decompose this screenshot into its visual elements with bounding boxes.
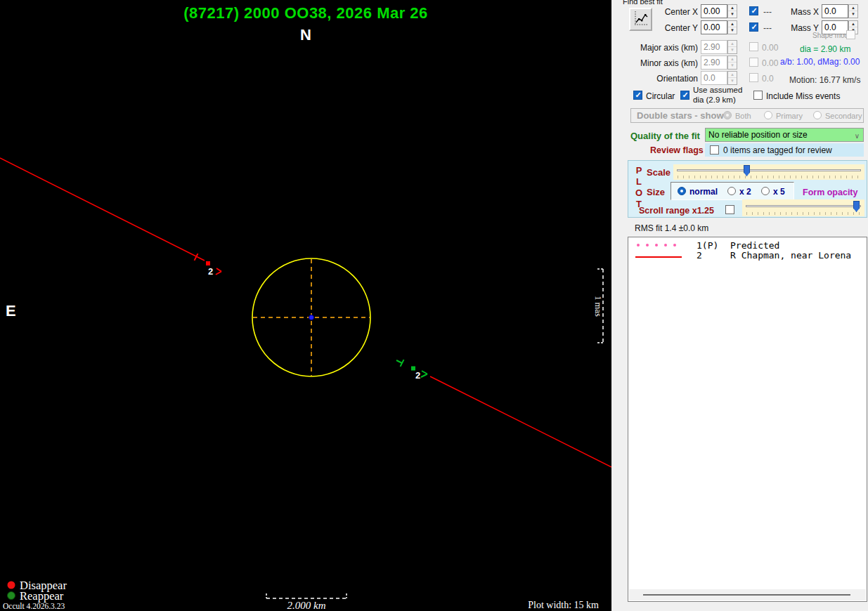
chord-row-num: 2 xyxy=(697,250,702,261)
scale-slider-track xyxy=(677,169,861,171)
center-x-lock-checkbox[interactable] xyxy=(749,6,758,15)
occultation-plot[interactable]: (87217) 2000 OO38, 2026 Mar 26 N E 2 xyxy=(0,0,611,611)
minor-axis-fit-checkbox xyxy=(749,58,758,67)
form-opacity-slider[interactable] xyxy=(742,199,864,216)
center-x-spinner[interactable]: ▲▼ xyxy=(727,4,737,18)
plot-letter-p: P xyxy=(635,165,643,176)
chord-2-label-r: 2 xyxy=(415,370,420,381)
orientation-spinner: ▲▼ xyxy=(727,71,737,85)
size-label: Size xyxy=(647,187,665,197)
include-miss-checkbox[interactable] xyxy=(753,91,763,100)
scale-slider-thumb[interactable] xyxy=(744,165,750,176)
quality-of-fit-label: Quality of the fit xyxy=(630,131,700,141)
dia-readout: dia = 2.90 km xyxy=(800,44,850,54)
reappear-legend-label: Reappear xyxy=(20,589,64,603)
quality-of-fit-value: No reliable position or size xyxy=(708,130,808,140)
shape-model-checkbox[interactable] xyxy=(846,30,855,39)
circular-label: Circular xyxy=(646,91,675,101)
center-x-lock-label: --- xyxy=(763,7,772,17)
mas-scale-bar: 1 mas xyxy=(593,269,603,343)
fit-chart-icon xyxy=(633,10,649,27)
minor-axis-spinner: ▲▼ xyxy=(727,55,737,70)
mass-x-input[interactable] xyxy=(822,4,848,18)
center-y-lock-checkbox[interactable] xyxy=(749,22,758,32)
chord-row-name: Predicted xyxy=(730,240,779,251)
review-flags-label: Review flags xyxy=(650,145,704,155)
chord-list[interactable]: 1(P) Predicted 2 R Chapman, near Lorena xyxy=(628,237,867,602)
use-assumed-label: Use assumed dia (2.9 km) xyxy=(693,86,752,105)
major-axis-label: Major axis (km) xyxy=(640,43,698,53)
circular-checkbox[interactable] xyxy=(633,91,642,100)
chord-2-label-d: 2 xyxy=(208,266,213,277)
plot-letter-l: L xyxy=(635,176,643,188)
orientation-label: Orientation xyxy=(640,74,698,84)
center-y-input[interactable] xyxy=(701,20,727,34)
plot-legend: Disappear Reappear Occult 4.2026.3.23 xyxy=(3,579,67,610)
review-flags-checkbox[interactable] xyxy=(710,145,719,155)
center-dot xyxy=(309,315,314,320)
chord-list-scrollbar[interactable] xyxy=(629,589,866,600)
rms-fit-label: RMS fit 1.4 ±0.0 km xyxy=(635,223,708,233)
reappear-marker: 2 xyxy=(396,360,427,381)
form-opacity-slider-thumb[interactable] xyxy=(853,201,860,212)
km-scale-bar: 2.000 km xyxy=(266,593,346,611)
chord-list-scrollbar-thumb[interactable] xyxy=(643,594,850,596)
reappear-dot-icon xyxy=(8,592,15,600)
scroll-range-label: Scroll range x1.25 xyxy=(639,206,714,216)
form-opacity-slider-track xyxy=(746,205,861,207)
quality-of-fit-dropdown[interactable]: No reliable position or size ∨ xyxy=(705,128,864,142)
form-opacity-label: Form opacity xyxy=(803,188,858,197)
size-x5-radio[interactable] xyxy=(761,187,770,195)
major-axis-spinner: ▲▼ xyxy=(727,40,737,54)
double-stars-primary-radio xyxy=(764,111,772,119)
double-stars-both-label: Both xyxy=(735,112,751,120)
mass-x-label: Mass X xyxy=(784,7,819,17)
major-axis-input xyxy=(701,40,727,54)
size-radio-group: normal x 2 x 5 xyxy=(671,182,794,200)
find-best-fit-label: Find best fit xyxy=(623,0,663,6)
size-x2-radio[interactable] xyxy=(727,187,736,195)
find-best-fit-button[interactable] xyxy=(629,8,652,31)
occult-window: (87217) 2000 OO38, 2026 Mar 26 N E 2 xyxy=(0,0,868,611)
review-flags-text: 0 items are tagged for review xyxy=(723,145,832,155)
double-stars-group: Double stars - show Both Primary Seconda… xyxy=(630,108,864,123)
size-x5-label: x 5 xyxy=(773,187,785,197)
major-axis-sigma: 0.00 xyxy=(762,43,778,53)
plot-controls-box: P L O T Scale Size normal x 2 x 5 Form o… xyxy=(628,160,867,218)
size-normal-radio[interactable] xyxy=(678,187,686,195)
size-normal-label: normal xyxy=(689,187,718,197)
major-axis-fit-checkbox xyxy=(749,42,758,51)
center-x-label: Center X xyxy=(650,7,698,17)
scale-slider-ticks xyxy=(678,176,860,178)
double-stars-primary-label: Primary xyxy=(776,112,803,120)
double-stars-secondary-radio xyxy=(813,111,822,119)
scroll-range-checkbox[interactable] xyxy=(725,205,734,214)
double-stars-both-radio xyxy=(723,111,732,119)
center-x-input[interactable] xyxy=(701,4,727,18)
orientation-fit-checkbox xyxy=(749,73,758,82)
asteroid-circle xyxy=(252,258,370,376)
disappear-dot-icon xyxy=(8,582,15,589)
chevron-down-icon: ∨ xyxy=(855,130,860,143)
center-y-spinner[interactable]: ▲▼ xyxy=(727,20,737,34)
chord-2-red-segments xyxy=(0,158,611,467)
orientation-input xyxy=(701,71,727,85)
center-y-lock-label: --- xyxy=(763,23,772,33)
orientation-sigma: 0.0 xyxy=(762,74,774,84)
double-stars-secondary-label: Secondary xyxy=(825,112,862,120)
mass-x-spinner[interactable]: ▲▼ xyxy=(848,4,858,18)
ab-dmag-readout: a/b: 1.00, dMag: 0.00 xyxy=(780,57,860,67)
scale-slider[interactable] xyxy=(673,164,864,180)
chord-row-num: 1(P) xyxy=(697,240,718,251)
plot-width-label: Plot width: 15 km xyxy=(528,600,599,610)
version-label: Occult 4.2026.3.23 xyxy=(3,602,65,610)
observed-solid-line-icon xyxy=(635,256,682,258)
use-assumed-checkbox[interactable] xyxy=(680,91,689,100)
minor-axis-sigma: 0.00 xyxy=(762,58,778,68)
motion-readout: Motion: 16.77 km/s xyxy=(789,75,860,85)
km-scale-label: 2.000 km xyxy=(287,600,326,611)
include-miss-label: Include Miss events xyxy=(766,91,840,101)
plot-letter-o: O xyxy=(635,188,643,199)
double-stars-label: Double stars - show xyxy=(637,110,724,121)
plot-canvas: 2 2 2.000 km xyxy=(0,0,611,611)
